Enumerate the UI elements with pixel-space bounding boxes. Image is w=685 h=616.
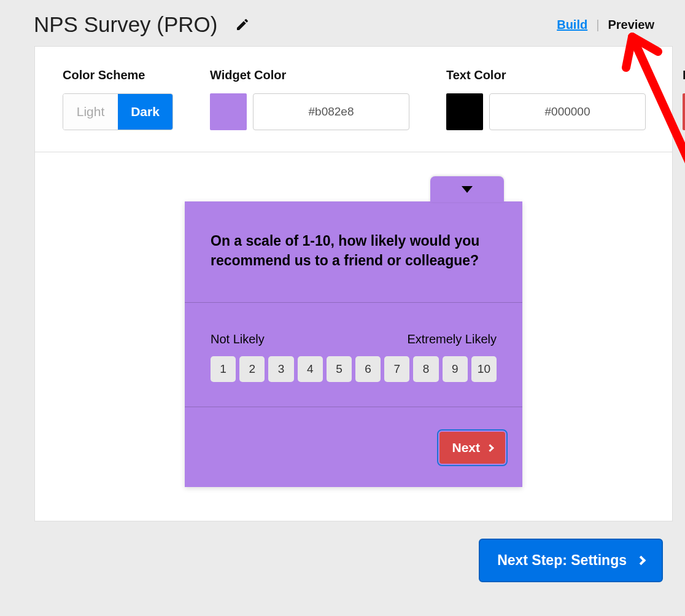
widget-color-label: Widget Color	[210, 68, 409, 82]
scheme-option-light[interactable]: Light	[63, 94, 118, 130]
text-color-label: Text Color	[446, 68, 646, 82]
survey-widget-footer: Next	[185, 407, 522, 487]
scale-button-4[interactable]: 4	[298, 356, 323, 382]
scale-button-8[interactable]: 8	[413, 356, 438, 382]
preview-area: On a scale of 1-10, how likely would you…	[35, 152, 672, 521]
survey-scale-section: Not Likely Extremely Likely 12345678910	[185, 303, 522, 407]
page-title: NPS Survey (PRO)	[34, 12, 218, 37]
scale-button-7[interactable]: 7	[384, 356, 409, 382]
button-color-swatch[interactable]	[683, 93, 685, 130]
chevron-right-icon	[637, 556, 646, 566]
color-scheme-label: Color Scheme	[63, 68, 173, 82]
text-color-swatch[interactable]	[446, 93, 483, 130]
bottom-bar: Next Step: Settings	[0, 521, 685, 582]
scale-button-6[interactable]: 6	[355, 356, 381, 382]
button-color-label: Button Color	[683, 68, 685, 82]
text-color-input[interactable]	[489, 93, 646, 130]
widget-color-swatch[interactable]	[210, 93, 247, 130]
scale-button-3[interactable]: 3	[268, 356, 293, 382]
survey-next-button[interactable]: Next	[439, 432, 505, 464]
tab-build[interactable]: Build	[557, 18, 587, 32]
color-scheme-field: Color Scheme Light Dark	[63, 68, 173, 130]
scheme-option-dark[interactable]: Dark	[118, 94, 172, 130]
caret-down-icon	[462, 186, 473, 193]
text-color-field: Text Color	[446, 68, 646, 130]
edit-icon[interactable]	[235, 17, 250, 32]
next-step-label: Next Step: Settings	[497, 552, 627, 569]
scale-button-1[interactable]: 1	[211, 356, 236, 382]
tab-separator: |	[596, 18, 599, 32]
survey-question: On a scale of 1-10, how likely would you…	[185, 201, 522, 303]
scale-button-10[interactable]: 10	[471, 356, 497, 382]
survey-widget-wrap: On a scale of 1-10, how likely would you…	[185, 201, 522, 521]
next-step-button[interactable]: Next Step: Settings	[479, 539, 663, 582]
scale-low-label: Not Likely	[211, 332, 265, 346]
survey-widget: On a scale of 1-10, how likely would you…	[185, 201, 522, 487]
scale-endpoint-labels: Not Likely Extremely Likely	[211, 332, 497, 346]
scale-buttons-row: 12345678910	[211, 356, 497, 382]
widget-color-field: Widget Color	[210, 68, 409, 130]
scale-button-2[interactable]: 2	[239, 356, 265, 382]
scale-button-5[interactable]: 5	[327, 356, 352, 382]
widget-collapse-tab[interactable]	[430, 176, 504, 202]
style-toolbar: Color Scheme Light Dark Widget Color Tex…	[35, 47, 672, 152]
survey-next-label: Next	[452, 440, 480, 455]
builder-panel: Color Scheme Light Dark Widget Color Tex…	[34, 46, 673, 521]
page-header: NPS Survey (PRO) Build | Preview	[0, 0, 685, 46]
scale-button-9[interactable]: 9	[443, 356, 468, 382]
chevron-right-icon	[486, 444, 494, 452]
button-color-field: Button Color	[683, 68, 685, 130]
color-scheme-toggle: Light Dark	[63, 93, 173, 130]
widget-color-input[interactable]	[253, 93, 409, 130]
header-tabs: Build | Preview	[557, 18, 654, 32]
tab-preview[interactable]: Preview	[608, 18, 654, 32]
scale-high-label: Extremely Likely	[407, 332, 497, 346]
